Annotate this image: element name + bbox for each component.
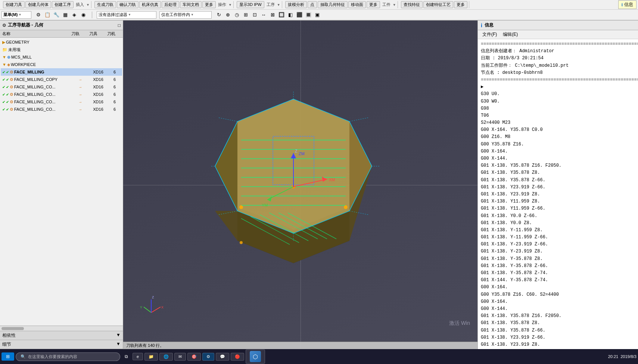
filter-combo[interactable]: 没有选择过滤器 ▼	[97, 11, 156, 19]
file-menu[interactable]: 文件(F)	[481, 31, 498, 38]
view-icon-1[interactable]: ↻	[215, 11, 223, 19]
tree-item-copy3[interactable]: ✔ ✔ ⚙ FACE_MILLING_CO... → XD16 6	[1, 83, 122, 91]
view-icon-2[interactable]: ⊕	[224, 11, 232, 19]
c6-tool: XD16	[89, 107, 107, 112]
view-icon-6[interactable]: ↔	[259, 11, 268, 19]
start-button[interactable]: ⊞	[1, 352, 14, 361]
info-line-part: 当前工作部件： C:\temp\_model10.prt	[481, 62, 635, 69]
view-icon-11[interactable]: 🔳	[304, 11, 312, 19]
scope-combo[interactable]: 仅在工作部件内 ▼	[159, 11, 212, 19]
detail-header[interactable]: 细节 ▼	[0, 340, 123, 349]
wp-icon: ◈	[7, 62, 10, 67]
point-button[interactable]: 点	[308, 1, 317, 8]
tree-item-face-milling[interactable]: ✔ ✔ ⚙ FACE_MILLING XD16 6	[1, 68, 122, 76]
info-line-g30w: G30 W0.	[481, 98, 635, 105]
taskbar-app-game[interactable]: 🔴	[231, 353, 244, 361]
create-feature-process-button[interactable]: 创建特征工艺	[423, 1, 453, 8]
move-face-button[interactable]: 移动面	[348, 1, 366, 8]
create-tool-button[interactable]: 创建刀具	[3, 1, 25, 8]
info-line-g01-21: G01 X-138. Y23.919 Z-66.	[481, 334, 635, 341]
view-icon-10[interactable]: ⬛	[295, 11, 304, 19]
viewport[interactable]: XM YM Z ZM X Y	[123, 21, 477, 349]
svg-line-21	[219, 117, 237, 121]
info-line-g01-4: G01 X-138. Y23.919 Z-66.	[481, 184, 635, 191]
settings-icon[interactable]: ⚙	[2, 23, 6, 28]
tree-item-copy6[interactable]: ✔ ✔ ⚙ FACE_MILLING_CO... → XD16 6	[1, 106, 122, 113]
operation-section: 生成刀轨 确认刀轨 机床仿真 后处理 车间文档 更多 操作 ▼	[93, 1, 234, 8]
edit-menu[interactable]: 编辑(E)	[501, 31, 519, 38]
view-icon-8[interactable]: 🔲	[277, 11, 286, 19]
view-icon-12[interactable]: ▣	[313, 11, 321, 19]
taskbar-app-browser[interactable]: 🌐	[159, 353, 173, 361]
info-line-g01-20: G01 X-138. Y35.878 Z-66.	[481, 327, 635, 334]
tree-item-copy5[interactable]: ✔ ✔ ⚙ FACE_MILLING_CO... → XD16 6	[1, 98, 122, 106]
wp-label: 工件	[381, 2, 392, 7]
tree-item-face-milling-copy[interactable]: ✔ ✔ ⚙ FACE_MILLING_COPY → XD16 6	[1, 76, 122, 83]
c4-num: 6	[107, 92, 122, 97]
tree-item-copy4[interactable]: ✔ ✔ ⚙ FACE_MILLING_CO... → XD16 6	[1, 91, 122, 98]
tree-item-geometry[interactable]: ▶ GEOMETRY	[1, 38, 122, 46]
maximize-icon[interactable]: □	[118, 23, 121, 28]
extract-geom-button[interactable]: 抽取几何特征	[318, 1, 348, 8]
info-line-s2: S2=4400 M23	[481, 119, 635, 126]
taskbar-app-explorer[interactable]: 📁	[144, 353, 158, 361]
taskbar-app-1[interactable]: 🎯	[187, 353, 201, 361]
taskbar-app-edge[interactable]: e	[133, 353, 143, 360]
svg-text:XM: XM	[329, 177, 335, 182]
info-line-g01-10: G01 X-138. Y-11.959 Z8.	[481, 227, 635, 234]
machine-sim-button[interactable]: 机床仿真	[139, 1, 161, 8]
generate-path-button[interactable]: 生成刀轨	[94, 1, 116, 8]
dependency-header[interactable]: 相依性 ▼	[0, 331, 123, 340]
show-3d-ipw-button[interactable]: 显示3D IPW	[237, 1, 264, 8]
taskbar-app-chat[interactable]: 💬	[216, 353, 229, 361]
draft-analysis-button[interactable]: 拔模分析	[285, 1, 307, 8]
view-icon-3[interactable]: ◷	[233, 11, 241, 19]
operation-label: 操作	[217, 2, 228, 7]
svg-point-30	[239, 205, 243, 209]
taskbar-app-mail[interactable]: ✉	[174, 353, 186, 361]
toolbar-icon-2[interactable]: 📋	[43, 11, 52, 19]
disp-arrow: ▼	[277, 3, 280, 7]
view-icon-4[interactable]: ⊞	[242, 11, 250, 19]
info-content[interactable]: ========================================…	[478, 39, 638, 349]
taskbar-right: 20:21 2019/8/3	[608, 354, 637, 359]
shop-doc-button[interactable]: 车间文档	[180, 1, 202, 8]
tree-area[interactable]: ▶ GEOMETRY 📁 未用项 ▼ ⊕ MCS_MILL	[0, 38, 123, 326]
info-icon: i	[622, 2, 623, 7]
more1-button[interactable]: 更多	[202, 1, 216, 8]
fm-tool: XD16	[89, 70, 107, 74]
dependency-panel: 相依性 ▼	[0, 331, 123, 340]
create-operation-button[interactable]: 创建工序	[52, 1, 74, 8]
copy6-label: FACE_MILLING_CO...	[14, 107, 56, 112]
verify-path-button[interactable]: 确认刀轨	[117, 1, 139, 8]
find-feature-button[interactable]: 查找特征	[401, 1, 423, 8]
toolbar-icon-6[interactable]: ◉	[79, 11, 87, 19]
view-icon-5[interactable]: ⊡	[250, 11, 259, 19]
sidebar-scrollbar[interactable]	[0, 326, 123, 331]
view-icon-7[interactable]: ⊠	[268, 11, 277, 19]
toolbar-icon-1[interactable]: ⚙	[34, 11, 43, 19]
svg-line-43	[151, 307, 161, 313]
post-process-button[interactable]: 后处理	[162, 1, 179, 8]
info-panel-header-btn[interactable]: i 信息	[618, 0, 637, 9]
c4-tool: XD16	[89, 92, 107, 97]
more2-button[interactable]: 更多	[367, 1, 380, 8]
view-icon-9[interactable]: ◧	[286, 11, 295, 19]
task-view-btn[interactable]: ⧉	[122, 352, 131, 361]
taskbar-search[interactable]: 🔍 在这里输入你要搜索的内容	[16, 352, 120, 361]
create-geometry-button[interactable]: 创建几何体	[25, 1, 51, 8]
filter-label: 没有选择过滤器	[99, 12, 127, 18]
menu-combo[interactable]: 菜单(M) ▼	[1, 11, 31, 19]
toolbar-icon-5[interactable]: ◈	[70, 11, 78, 19]
face-milling-label: FACE_MILLING	[14, 70, 44, 74]
folder-icon-geometry: ▶	[2, 40, 5, 45]
toolbar-icon-4[interactable]: ▦	[61, 11, 69, 19]
toolbar-icon-3[interactable]: 🔧	[52, 11, 60, 19]
taskbar-app-nx[interactable]: ⬡	[246, 349, 265, 364]
tree-item-unused[interactable]: 📁 未用项	[1, 46, 122, 53]
taskbar-app-2[interactable]: ⚙	[202, 353, 214, 361]
tree-item-workpiece[interactable]: ▼ ◈ WORKPIECE	[1, 61, 122, 68]
more3-button[interactable]: 更多	[454, 1, 467, 8]
copy4-label: FACE_MILLING_CO...	[14, 92, 56, 97]
tree-item-mcs[interactable]: ▼ ⊕ MCS_MILL	[1, 53, 122, 61]
